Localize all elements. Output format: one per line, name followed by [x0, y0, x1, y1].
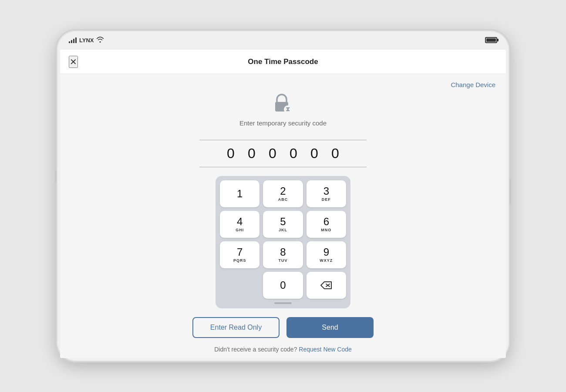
key-7[interactable]: 7 PQRS [220, 241, 259, 268]
key-1[interactable]: 1 [220, 180, 259, 207]
enter-read-only-button[interactable]: Enter Read Only [192, 317, 280, 338]
keypad: 1 2 ABC 3 DEF 4 GHI [216, 176, 350, 308]
keypad-handle [220, 302, 346, 304]
delete-key[interactable] [307, 272, 346, 299]
signal-bar-2 [71, 40, 72, 43]
close-button[interactable]: ✕ [69, 56, 78, 68]
bottom-text: Didn't receive a security code? Request … [214, 346, 352, 353]
digit-4: 0 [288, 145, 299, 162]
signal-bar-4 [75, 37, 77, 43]
lock-svg: ⧗ [272, 91, 294, 114]
key-0[interactable]: 0 [263, 272, 303, 299]
signal-icon [69, 37, 77, 43]
digit-5: 0 [309, 145, 320, 162]
battery-fill [486, 38, 496, 42]
digit-6: 0 [330, 145, 340, 162]
keypad-grid: 1 2 ABC 3 DEF 4 GHI [220, 180, 346, 299]
request-new-code-link[interactable]: Request New Code [299, 346, 351, 353]
lock-subtitle: Enter temporary security code [239, 119, 327, 127]
content-area: Change Device ⧗ Enter temporary security… [60, 74, 506, 358]
key-8[interactable]: 8 TUV [263, 241, 303, 268]
wifi-icon [96, 37, 104, 44]
signal-bar-1 [69, 41, 70, 43]
key-4[interactable]: 4 GHI [220, 211, 259, 238]
tablet-frame: LYNX ✕ One Time Passcode Change Device [57, 30, 509, 362]
key-9[interactable]: 9 WXYZ [307, 241, 346, 268]
volume-button [55, 170, 57, 183]
page-title: One Time Passcode [248, 57, 318, 66]
status-bar: LYNX [57, 30, 509, 50]
screen: ✕ One Time Passcode Change Device ⧗ [60, 50, 506, 358]
digit-3: 0 [267, 145, 278, 162]
nav-bar: ✕ One Time Passcode [60, 50, 506, 74]
change-device-link[interactable]: Change Device [451, 81, 495, 88]
status-left: LYNX [69, 37, 104, 44]
key-5[interactable]: 5 JKL [263, 211, 303, 238]
battery-icon [485, 37, 497, 43]
key-empty [220, 272, 259, 299]
signal-bar-3 [73, 39, 74, 43]
lock-icon: ⧗ [272, 91, 294, 114]
send-button[interactable]: Send [286, 317, 374, 338]
svg-text:⧗: ⧗ [286, 105, 290, 112]
digit-1: 0 [226, 145, 236, 162]
home-button [509, 179, 511, 205]
no-code-text: Didn't receive a security code? [214, 346, 297, 353]
backspace-icon [320, 281, 332, 290]
action-buttons: Enter Read Only Send [192, 317, 374, 338]
key-3[interactable]: 3 DEF [307, 180, 346, 207]
carrier-label: LYNX [79, 37, 94, 44]
passcode-display: 0 0 0 0 0 0 [199, 140, 367, 167]
key-6[interactable]: 6 MNO [307, 211, 346, 238]
key-2[interactable]: 2 ABC [263, 180, 303, 207]
lock-area: ⧗ Enter temporary security code [239, 91, 327, 127]
digit-2: 0 [246, 145, 257, 162]
